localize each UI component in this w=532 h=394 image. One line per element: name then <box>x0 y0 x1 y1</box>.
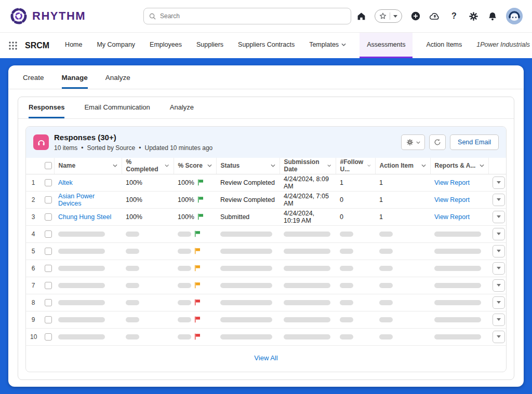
loading-placeholder <box>284 283 330 288</box>
caret-down-icon <box>497 267 501 269</box>
tab-analyze[interactable]: Analyze <box>105 74 130 89</box>
loading-placeholder <box>178 266 191 271</box>
row-actions-button[interactable] <box>493 296 505 309</box>
favorites-control[interactable] <box>375 9 402 23</box>
view-report-link[interactable]: View Report <box>434 213 470 221</box>
row-checkbox[interactable] <box>45 282 52 289</box>
view-all-link[interactable]: View All <box>254 354 277 362</box>
sorted-by: Sorted by Source <box>87 144 136 152</box>
supplier-link[interactable]: Asian Power Devices <box>58 193 95 207</box>
loading-placeholder <box>284 232 330 237</box>
column-followups[interactable]: #Follow U... <box>336 158 375 174</box>
list-settings-button[interactable] <box>401 134 425 150</box>
loading-placeholder <box>434 283 481 288</box>
help-icon[interactable]: ? <box>448 10 460 22</box>
row-checkbox[interactable] <box>45 248 52 255</box>
nav-tab-label: Suppliers <box>196 41 223 48</box>
row-checkbox[interactable] <box>45 265 52 272</box>
row-checkbox[interactable] <box>45 333 52 341</box>
column-percent-completed[interactable]: % Completed <box>122 158 174 174</box>
column-name[interactable]: Name <box>54 158 122 174</box>
loading-placeholder <box>58 283 105 288</box>
caret-down-icon <box>497 215 501 218</box>
tab-manage[interactable]: Manage <box>62 74 88 89</box>
brand-name: RHYTHM <box>32 9 86 23</box>
send-email-button[interactable]: Send Email <box>450 134 499 150</box>
loading-placeholder <box>126 334 139 339</box>
view-report-link[interactable]: View Report <box>434 179 470 186</box>
row-checkbox[interactable] <box>45 213 52 221</box>
row-actions-button[interactable] <box>493 331 505 343</box>
supplier-link[interactable]: Altek <box>58 179 73 186</box>
tab-create[interactable]: Create <box>23 74 44 89</box>
nav-tab-templates[interactable]: Templates <box>308 33 347 58</box>
row-actions-button[interactable] <box>493 176 505 189</box>
add-circle-icon[interactable] <box>410 10 421 22</box>
subtab-email-communication[interactable]: Email Communication <box>84 97 150 118</box>
score-flag-icon <box>194 316 201 323</box>
view-report-link[interactable]: View Report <box>434 196 470 203</box>
primary-tab-bar: Create Manage Analyze <box>8 65 524 89</box>
subtab-analyze[interactable]: Analyze <box>170 97 194 118</box>
row-checkbox[interactable] <box>45 316 52 323</box>
loading-placeholder <box>178 232 191 237</box>
row-actions-button[interactable] <box>493 194 505 206</box>
loading-placeholder <box>220 232 272 237</box>
loading-placeholder <box>58 317 105 322</box>
nav-tab-action-items[interactable]: Action Items <box>425 33 463 58</box>
column-reports[interactable]: Reports & A... <box>430 158 488 174</box>
loading-placeholder <box>379 249 393 254</box>
select-all-checkbox[interactable] <box>45 162 52 169</box>
home-icon[interactable] <box>355 10 367 22</box>
nav-tab-suppliers[interactable]: Suppliers <box>195 33 224 58</box>
supplier-link[interactable]: Chung Hung Steel <box>58 213 111 221</box>
row-actions-button[interactable] <box>493 228 505 240</box>
loading-placeholder <box>178 283 191 288</box>
rhythm-logo-icon <box>9 7 28 25</box>
column-percent-score[interactable]: % Score <box>174 158 216 174</box>
brand-logo[interactable]: RHYTHM <box>9 7 143 25</box>
responses-table: Name % Completed % Score Status Submissi… <box>26 158 506 346</box>
column-label: Submission Date <box>284 158 326 173</box>
nav-tab-label: Templates <box>309 41 339 48</box>
nav-tab-home[interactable]: Home <box>64 33 83 58</box>
loading-placeholder <box>220 283 272 288</box>
notifications-bell-icon[interactable] <box>487 10 498 22</box>
loading-placeholder <box>284 249 330 254</box>
table-row-loading: 9 <box>26 311 506 328</box>
app-launcher-icon[interactable] <box>8 41 18 50</box>
column-status[interactable]: Status <box>216 158 280 174</box>
nav-tab-suppliers-contracts[interactable]: Suppliers Contracts <box>237 33 296 58</box>
nav-tab-record[interactable]: 1Power Industrials - Globa... <box>475 33 532 58</box>
row-actions-button[interactable] <box>493 211 505 223</box>
header-utility-icons: ? <box>355 8 523 24</box>
user-avatar[interactable] <box>506 8 523 24</box>
submission-date-cell: 4/24/2024, 7:05 AM <box>280 191 336 208</box>
row-number: 5 <box>26 242 41 260</box>
loading-placeholder <box>58 249 105 254</box>
search-input[interactable] <box>160 12 345 20</box>
nav-tab-list: Home My Company Employees Suppliers Supp… <box>64 33 532 58</box>
row-actions-button[interactable] <box>493 262 505 275</box>
score-flag-icon <box>194 265 201 271</box>
subtab-responses[interactable]: Responses <box>29 97 64 118</box>
row-actions-button[interactable] <box>493 279 505 292</box>
submission-date-cell: 4/24/2024, 10:19 AM <box>280 208 336 225</box>
global-search[interactable] <box>143 8 351 24</box>
column-submission-date[interactable]: Submission Date <box>280 158 336 174</box>
refresh-button[interactable] <box>429 134 446 150</box>
row-checkbox[interactable] <box>45 230 52 238</box>
cloud-upload-icon[interactable] <box>429 10 441 22</box>
row-checkbox[interactable] <box>45 196 52 203</box>
row-checkbox[interactable] <box>45 299 52 306</box>
nav-tab-employees[interactable]: Employees <box>149 33 183 58</box>
nav-tab-my-company[interactable]: My Company <box>96 33 136 58</box>
score-flag-icon <box>194 248 201 254</box>
setup-gear-icon[interactable] <box>468 10 479 22</box>
nav-tab-assessments[interactable]: Assessments <box>360 33 413 58</box>
row-actions-button[interactable] <box>493 314 505 326</box>
row-checkbox[interactable] <box>45 179 52 186</box>
column-action-item[interactable]: Action Item <box>375 158 430 174</box>
loading-placeholder <box>220 334 272 339</box>
row-actions-button[interactable] <box>493 245 505 257</box>
